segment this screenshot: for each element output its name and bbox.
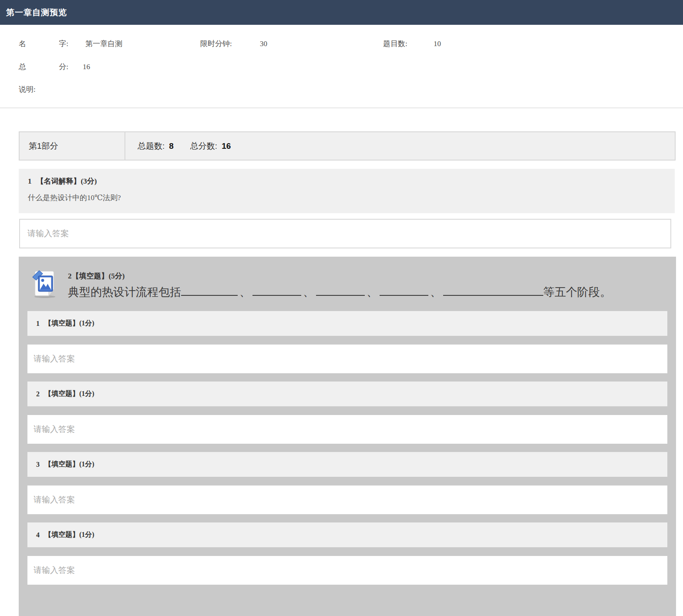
sub-question-3-answer-input[interactable] (27, 485, 667, 514)
sub-question-1-answer-input[interactable] (27, 345, 667, 373)
sub-question-1-header: 1【填空题】(1分) (27, 311, 667, 336)
question-count-label: 题目数: (383, 40, 407, 48)
sub-question-2-header: 2【填空题】(1分) (27, 382, 667, 406)
question-count-value: 10 (434, 40, 441, 48)
sub-question-4-header: 4【填空题】(1分) (27, 522, 667, 547)
section-title: 第1部分 (20, 132, 125, 160)
section-question-total-value: 8 (169, 141, 174, 151)
question-2-number: 2 (68, 272, 72, 280)
fill-blank-line-3 (316, 285, 365, 296)
quiz-info-panel: 名字: 第一章自测 限时分钟: 30 题目数: 10 总分: 16 说明: (0, 25, 683, 108)
section-question-total-label: 总题数: (138, 141, 165, 152)
question-1-text: 什么是热设计中的10℃法则? (28, 193, 675, 203)
page-title: 第一章自测预览 (6, 7, 67, 18)
sub-question-2-answer-input[interactable] (27, 415, 667, 444)
question-2-type-tag: 【填空题】 (72, 272, 109, 280)
fill-blank-line-2 (252, 285, 301, 296)
description-label: 说明: (19, 85, 36, 94)
sub-question-4-answer-input[interactable] (27, 556, 667, 585)
image-file-icon (32, 270, 57, 298)
fill-blank-line-5 (443, 285, 543, 296)
question-2-text: 典型的热设计流程包括、、、、等五个阶段。 (32, 283, 659, 302)
question-2-header: 2【填空题】(5分) (32, 269, 659, 281)
section-stats: 总题数: 8 总分数: 16 (125, 132, 231, 160)
question-2-score: (5分) (109, 272, 125, 280)
time-limit-label: 限时分钟: (200, 40, 232, 48)
fill-blank-line-4 (380, 285, 428, 296)
question-2-block: 2【填空题】(5分) 典型的热设计流程包括、、、、等五个阶段。 1【填空题】(1… (19, 257, 676, 616)
quiz-name-label: 名字: (19, 40, 68, 48)
question-2-text-before: 典型的热设计流程包括 (68, 286, 181, 298)
total-score-value: 16 (83, 63, 90, 71)
sub-question-3-header: 3【填空题】(1分) (27, 452, 667, 477)
total-score-label: 总分: (19, 63, 68, 71)
question-1-block: 1【名词解释】(3分) 什么是热设计中的10℃法则? (19, 169, 675, 213)
section-score-total-label: 总分数: (190, 141, 217, 152)
title-bar: 第一章自测预览 (0, 0, 683, 25)
section-header: 第1部分 总题数: 8 总分数: 16 (19, 131, 676, 161)
question-1-answer-input[interactable] (19, 219, 671, 248)
question-1-type-tag: 【名词解释】 (37, 177, 81, 185)
time-limit-value: 30 (260, 40, 267, 48)
quiz-name-value: 第一章自测 (85, 40, 122, 48)
sub-question-list: 1【填空题】(1分) 2【填空题】(1分) 3【填空题】(1分) 4【填空题】(… (27, 311, 667, 585)
section-score-total-value: 16 (222, 141, 231, 151)
question-1-score: (3分) (81, 177, 97, 185)
question-2-text-after: 等五个阶段。 (543, 286, 611, 298)
question-1-header: 1【名词解释】(3分) (28, 176, 675, 186)
question-2-content: 2【填空题】(5分) 典型的热设计流程包括、、、、等五个阶段。 (32, 269, 659, 302)
question-1-number: 1 (28, 177, 32, 185)
fill-blank-line-1 (181, 285, 238, 296)
